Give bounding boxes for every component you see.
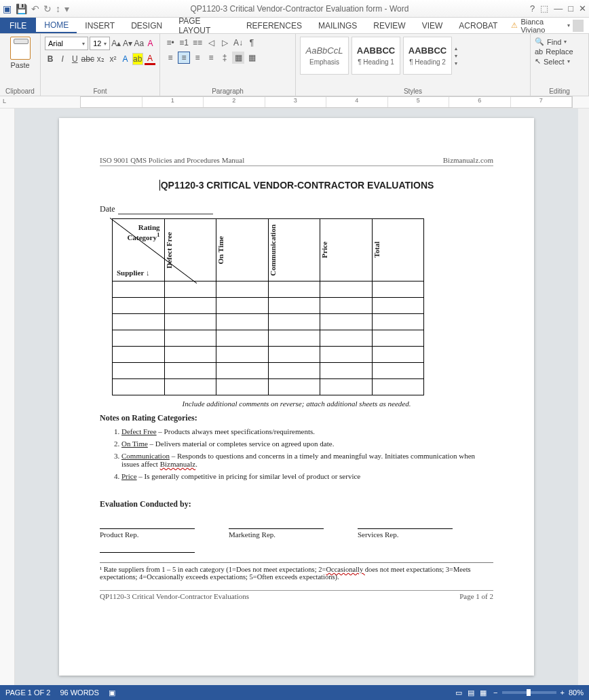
footer-left: QP1120-3 Critical Vendor-Contractor Eval…: [100, 592, 249, 600]
style-preview: AaBbCcL: [306, 45, 343, 56]
notes-list: Defect Free – Products always meet speci…: [121, 427, 493, 480]
grow-font-icon[interactable]: A▴: [111, 37, 121, 50]
shading-icon[interactable]: ▦: [232, 52, 244, 64]
footnote: ¹ Rate suppliers from 1 – 5 in each cate…: [100, 562, 493, 581]
table-row: [113, 363, 424, 379]
increase-indent-icon[interactable]: ▷: [218, 37, 231, 49]
maximize-icon[interactable]: □: [568, 3, 573, 14]
borders-icon[interactable]: ▦: [246, 52, 258, 64]
style-preview: AABBCC: [408, 45, 446, 56]
insert-tab[interactable]: INSERT: [77, 18, 123, 33]
home-tab[interactable]: HOME: [36, 18, 77, 33]
bold-button[interactable]: B: [45, 53, 56, 65]
help-icon[interactable]: ?: [530, 3, 535, 14]
highlight-icon[interactable]: ab: [132, 53, 143, 65]
bullets-icon[interactable]: ≡•: [164, 37, 176, 49]
file-tab[interactable]: FILE: [0, 18, 36, 33]
styles-scroll-down-icon[interactable]: ▾: [455, 53, 464, 59]
style-emphasis[interactable]: AaBbCcL Emphasis: [300, 37, 349, 75]
proofing-icon[interactable]: ▣: [109, 688, 115, 697]
styles-more-icon[interactable]: ▾: [455, 60, 464, 66]
save-icon[interactable]: 💾: [16, 3, 27, 14]
find-button[interactable]: 🔍Find▾: [535, 37, 584, 47]
customize-qat-icon[interactable]: ▾: [64, 3, 69, 14]
underline-button[interactable]: U: [69, 53, 80, 65]
show-marks-icon[interactable]: ¶: [246, 37, 258, 49]
style-name: ¶ Heading 1: [358, 58, 394, 66]
select-button[interactable]: ↖Select▾: [535, 56, 584, 66]
sig-product: Product Rep.: [100, 528, 195, 539]
sig-services: Services Rep.: [358, 528, 453, 539]
quick-access-toolbar: ▣ 💾 ↶ ↻ ↕ ▾: [3, 3, 69, 14]
superscript-button[interactable]: x²: [107, 53, 118, 65]
change-case-icon[interactable]: Aa: [134, 37, 144, 50]
page-layout-tab[interactable]: PAGE LAYOUT: [170, 18, 238, 33]
header-right: Bizmanualz.com: [443, 156, 493, 164]
page-footer: QP1120-3 Critical Vendor-Contractor Eval…: [100, 590, 493, 600]
word-count[interactable]: 96 WORDS: [60, 688, 98, 697]
align-center-icon[interactable]: ≡: [178, 52, 190, 64]
font-color-icon[interactable]: A: [145, 53, 155, 65]
font-name-combo[interactable]: Arial▾: [45, 37, 88, 50]
select-icon: ↖: [535, 57, 541, 66]
font-size-combo[interactable]: 12▾: [90, 37, 110, 50]
window-title: QP1120-3 Critical Vendor-Contractor Eval…: [69, 4, 530, 14]
multilevel-list-icon[interactable]: ≡≡: [191, 37, 204, 49]
close-icon[interactable]: ✕: [579, 3, 586, 14]
replace-button[interactable]: abReplace: [535, 47, 584, 56]
notes-heading: Notes on Rating Categories:: [100, 413, 493, 423]
minimize-icon[interactable]: —: [554, 3, 563, 14]
print-layout-icon[interactable]: ▤: [468, 688, 474, 697]
vertical-scrollbar[interactable]: [578, 109, 589, 685]
document-page[interactable]: ISO 9001 QMS Policies and Procedures Man…: [59, 118, 534, 676]
zoom-out-icon[interactable]: −: [493, 688, 497, 697]
redo-icon[interactable]: ↻: [43, 3, 52, 14]
decrease-indent-icon[interactable]: ◁: [205, 37, 217, 49]
justify-icon[interactable]: ≡: [205, 52, 217, 64]
mailings-tab[interactable]: MAILINGS: [310, 18, 365, 33]
italic-button[interactable]: I: [57, 53, 68, 65]
page-indicator[interactable]: PAGE 1 OF 2: [5, 688, 50, 697]
editing-group: 🔍Find▾ abReplace ↖Select▾ Editing: [531, 34, 589, 96]
ruler-tab-well[interactable]: L: [3, 98, 6, 104]
sig-marketing: Marketing Rep.: [229, 528, 324, 539]
zoom-level[interactable]: 80%: [569, 688, 584, 697]
view-tab[interactable]: VIEW: [414, 18, 451, 33]
account-user[interactable]: ⚠ Bianca Viviano ▾: [506, 18, 589, 33]
table-row: [113, 347, 424, 363]
text-effects-icon[interactable]: A: [119, 53, 130, 65]
clipboard-group: Paste Clipboard: [0, 34, 41, 96]
date-line: Date: [100, 204, 493, 214]
styles-scroll-up-icon[interactable]: ▴: [455, 45, 464, 52]
review-tab[interactable]: REVIEW: [365, 18, 413, 33]
subscript-button[interactable]: x₂: [95, 53, 106, 65]
paste-button[interactable]: Paste: [7, 37, 34, 69]
vertical-ruler[interactable]: [0, 109, 15, 685]
read-mode-icon[interactable]: ▭: [455, 688, 462, 697]
zoom-in-icon[interactable]: +: [560, 688, 565, 697]
align-right-icon[interactable]: ≡: [191, 52, 204, 64]
web-layout-icon[interactable]: ▦: [480, 688, 487, 697]
undo-icon[interactable]: ↶: [31, 3, 39, 14]
horizontal-ruler[interactable]: L 1234567: [0, 96, 589, 109]
sort-icon[interactable]: A↓: [232, 37, 244, 49]
ribbon-display-icon[interactable]: ⬚: [540, 3, 548, 14]
editing-group-label: Editing: [531, 88, 588, 95]
touch-mode-icon[interactable]: ↕: [56, 3, 60, 14]
list-item: Price – Is generally competitive in pric…: [121, 472, 493, 480]
table-row: [113, 298, 424, 314]
style-heading1[interactable]: AABBCC ¶ Heading 1: [352, 37, 400, 75]
references-tab[interactable]: REFERENCES: [238, 18, 310, 33]
shrink-font-icon[interactable]: A▾: [123, 37, 133, 50]
acrobat-tab[interactable]: ACROBAT: [451, 18, 506, 33]
clear-formatting-icon[interactable]: A: [145, 37, 155, 50]
design-tab[interactable]: DESIGN: [123, 18, 170, 33]
chevron-down-icon: ▾: [567, 22, 570, 28]
align-left-icon[interactable]: ≡: [164, 52, 176, 64]
document-canvas[interactable]: ISO 9001 QMS Policies and Procedures Man…: [15, 109, 578, 685]
line-spacing-icon[interactable]: ‡: [218, 52, 231, 64]
style-heading2[interactable]: AABBCC ¶ Heading 2: [403, 37, 452, 75]
numbering-icon[interactable]: ≡1: [178, 37, 190, 49]
zoom-slider[interactable]: [502, 691, 556, 694]
strikethrough-button[interactable]: abc: [81, 53, 94, 65]
